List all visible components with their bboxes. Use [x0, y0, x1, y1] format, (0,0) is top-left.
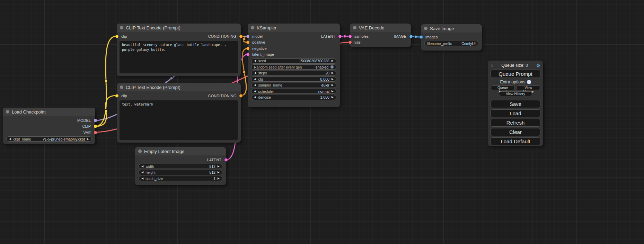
extra-options-checkbox[interactable] [527, 80, 531, 84]
samples-input-port[interactable] [349, 35, 352, 38]
view-history-button[interactable]: View History [499, 91, 532, 96]
negative-input-port[interactable] [246, 47, 249, 50]
decrement-icon[interactable]: ◀ [141, 177, 143, 180]
increment-icon[interactable]: ▶ [218, 177, 220, 180]
increment-icon[interactable]: ▶ [218, 165, 220, 168]
graph-canvas[interactable]: Load Checkpoint MODEL CLIP VAE ◀ ckpt_na… [0, 0, 644, 244]
decrement-icon[interactable]: ◀ [254, 96, 256, 99]
filename-prefix-widget[interactable]: filename_prefix ComfyUI [424, 41, 478, 46]
increment-icon[interactable]: ▶ [87, 138, 89, 141]
positive-input-port[interactable] [246, 41, 249, 44]
increment-icon[interactable]: ▶ [332, 96, 334, 99]
queue-front-button[interactable]: Queue Front [491, 85, 515, 90]
steps-widget[interactable]: ◀ steps 20 ▶ [251, 71, 336, 76]
queue-prompt-button[interactable]: Queue Prompt [491, 70, 540, 78]
vae-input-port[interactable] [349, 41, 352, 44]
height-widget[interactable]: ◀ height 512 ▶ [139, 170, 222, 175]
prompt-textarea[interactable]: beautiful scenery nature glass bottle la… [120, 41, 238, 73]
widget-label: cfg [258, 77, 263, 81]
view-queue-button[interactable]: View Queue [516, 85, 540, 90]
node-title-bar[interactable]: Load Checkpoint [3, 108, 95, 116]
decrement-icon[interactable]: ◀ [141, 171, 143, 174]
node-body: clip CONDITIONING text, watermark [117, 91, 241, 140]
node-body: model LATENT positive negative latent_im… [248, 32, 340, 100]
node-clip-text-encode-positive[interactable]: CLIP Text Encode (Prompt) clip CONDITION… [117, 24, 241, 76]
node-title-bar[interactable]: CLIP Text Encode (Prompt) [117, 83, 241, 91]
node-title-bar[interactable]: KSampler [248, 24, 340, 32]
decrement-icon[interactable]: ◀ [254, 72, 256, 74]
node-vae-decode[interactable]: VAE Decode samples IMAGE vae [350, 24, 411, 47]
refresh-button[interactable]: Refresh [491, 119, 540, 127]
model-input-label: model [252, 34, 263, 38]
increment-icon[interactable]: ▶ [332, 72, 334, 74]
images-input-port[interactable] [420, 35, 423, 38]
node-status-dot[interactable] [353, 26, 356, 29]
width-widget[interactable]: ◀ width 512 ▶ [139, 164, 222, 169]
node-status-dot[interactable] [424, 27, 427, 30]
node-status-dot[interactable] [120, 85, 123, 89]
toggle-indicator[interactable] [330, 65, 334, 69]
load-default-button[interactable]: Load Default [491, 137, 540, 145]
increment-icon[interactable]: ▶ [332, 60, 334, 62]
node-empty-latent-image[interactable]: Empty Latent Image LATENT ◀ width 512 ▶ … [135, 147, 226, 185]
decrement-icon[interactable]: ◀ [254, 90, 256, 93]
latent-output-port[interactable] [224, 158, 228, 161]
decrement-icon[interactable]: ◀ [9, 138, 11, 141]
decrement-icon[interactable]: ◀ [141, 165, 143, 168]
random-seed-widget[interactable]: Random seed after every gen enabled [251, 64, 336, 70]
vae-output-port[interactable] [94, 131, 97, 134]
ckpt-name-widget[interactable]: ◀ ckpt_name v1-5-pruned-emaonly.ckpt ▶ [6, 136, 92, 142]
sampler-name-widget[interactable]: ◀ sampler_name euler ▶ [251, 83, 336, 88]
seed-widget[interactable]: ◀ seed 156680208700286 ▶ [251, 58, 336, 64]
node-status-dot[interactable] [251, 26, 254, 29]
denoise-widget[interactable]: ◀ denoise 1.000 ▶ [251, 95, 336, 100]
settings-gear-icon[interactable]: ⚙ [536, 63, 540, 68]
decrement-icon[interactable]: ◀ [254, 78, 256, 81]
node-ksampler[interactable]: KSampler model LATENT positive negative … [248, 24, 340, 107]
wire-midpoint-dot [243, 71, 246, 73]
conditioning-output-port[interactable] [239, 35, 242, 38]
save-button[interactable]: Save [491, 100, 540, 108]
increment-icon[interactable]: ▶ [332, 78, 334, 81]
latent-image-input-port[interactable] [246, 53, 249, 56]
node-title-bar[interactable]: VAE Decode [350, 24, 411, 32]
clip-input-port[interactable] [115, 94, 118, 97]
model-output-port[interactable] [94, 119, 97, 122]
load-button[interactable]: Load [491, 109, 540, 117]
model-input-port[interactable] [246, 35, 249, 38]
scheduler-widget[interactable]: ◀ scheduler normal ▶ [251, 89, 336, 94]
increment-icon[interactable]: ▶ [332, 90, 334, 93]
widget-value: ComfyUI [461, 42, 476, 46]
node-status-dot[interactable] [120, 26, 123, 29]
image-output-port[interactable] [409, 35, 413, 38]
node-title-bar[interactable]: Empty Latent Image [135, 147, 226, 155]
increment-icon[interactable]: ▶ [332, 84, 334, 87]
port-row: clip CONDITIONING [117, 33, 241, 39]
clip-input-port[interactable] [115, 35, 118, 38]
port-row: positive [248, 39, 340, 46]
node-clip-text-encode-negative[interactable]: CLIP Text Encode (Prompt) clip CONDITION… [117, 83, 241, 143]
widget-value: 512 [209, 170, 215, 174]
clip-output-port[interactable] [94, 125, 97, 128]
widget-value: 1 [213, 177, 215, 181]
node-load-checkpoint[interactable]: Load Checkpoint MODEL CLIP VAE ◀ ckpt_na… [3, 108, 95, 144]
node-title-bar[interactable]: CLIP Text Encode (Prompt) [117, 24, 241, 32]
drag-handle-icon[interactable]: ⠿ [491, 63, 493, 68]
cfg-widget[interactable]: ◀ cfg 8.000 ▶ [251, 76, 336, 82]
node-status-dot[interactable] [6, 110, 9, 114]
node-title-bar[interactable]: Save Image [421, 24, 482, 33]
increment-icon[interactable]: ▶ [218, 171, 220, 174]
decrement-icon[interactable]: ◀ [254, 60, 256, 62]
port-row: images [421, 34, 482, 40]
node-body: LATENT ◀ width 512 ▶ ◀ height 512 ▶ ◀ ba… [135, 155, 226, 181]
node-body: MODEL CLIP VAE ◀ ckpt_name v1-5-pruned-e… [3, 116, 95, 142]
conditioning-output-port[interactable] [239, 94, 242, 97]
clear-button[interactable]: Clear [491, 128, 540, 136]
node-status-dot[interactable] [138, 150, 142, 153]
batch-size-widget[interactable]: ◀ batch_size 1 ▶ [139, 176, 222, 181]
node-save-image[interactable]: Save Image images filename_prefix ComfyU… [421, 24, 482, 51]
wire-midpoint-dot [170, 77, 173, 80]
prompt-textarea[interactable]: text, watermark [120, 100, 238, 140]
decrement-icon[interactable]: ◀ [254, 84, 256, 87]
latent-output-port[interactable] [338, 35, 342, 38]
